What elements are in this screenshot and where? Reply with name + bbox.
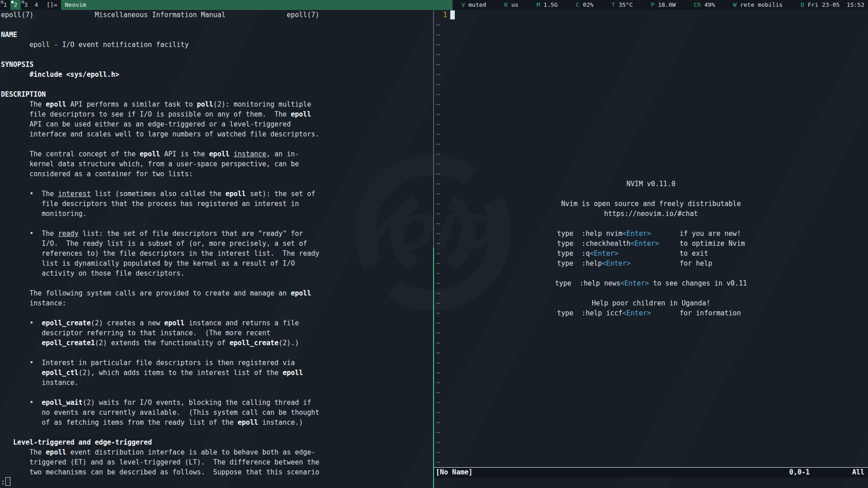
man-line: triggered (ET) and as level-triggered (L… [1,457,433,467]
tilde: ~ [436,20,440,30]
tilde: ~ [436,388,440,398]
nvim-intro: NVIM v0.11.0Nvim is open source and free… [434,179,868,318]
tag-2[interactable]: 2 [10,0,21,10]
tilde: ~ [436,149,440,159]
scroll-indicator: All [852,468,864,477]
tilde: ~ [436,60,440,70]
man-line: • The interest list (sometimes also call… [1,189,433,199]
man-line [1,80,433,89]
man-line: two mechanisms can be described as follo… [1,467,433,477]
tilde: ~ [436,457,440,467]
man-line: no events are currently available. (This… [1,408,433,418]
nvim-cursor [450,10,455,19]
tilde: ~ [436,40,440,50]
status-t: T 35°C [612,0,633,10]
man-line: • The ready list: the set of file descri… [1,229,433,239]
man-line: interface and scales well to large numbe… [1,129,433,139]
tilde: ~ [436,398,440,408]
tag-4[interactable]: 4 [31,0,42,10]
man-line: The central concept of the epoll API is … [1,149,433,159]
intro-line: type :checkhealth<Enter> to optimize Nvi… [557,239,745,249]
tilde: ~ [436,427,440,437]
focused-window-title: Neovim [61,0,453,10]
man-line: API can be used either as an edge-trigge… [1,119,433,129]
man-line: instance: [1,298,433,308]
man-line: DESCRIPTION [1,89,433,99]
status-bar: 1234 []= Neovim V mutedK usM 1.5GC 02%T … [0,0,868,10]
tilde: ~ [436,129,440,139]
man-line: epoll_ctl(2), which adds items to the in… [1,368,433,378]
neovim-window[interactable]: 1 ~~~~~~~~~~~~~~~~~~~~~~~~~~~~~~~~~~~~~~… [434,10,868,488]
man-line: • epoll_create(2) creates a new epoll in… [1,318,433,328]
man-line [1,219,433,229]
window-separator-bottom [433,248,434,488]
intro-line: type :help iccf<Enter> for information [557,308,745,318]
status-c: C 02% [576,0,594,10]
man-line [1,20,433,30]
tilde: ~ [436,408,440,418]
tilde: ~ [436,368,440,378]
man-line [1,308,433,318]
intro-line: NVIM v0.11.0 [627,179,675,189]
man-line[interactable]: : [1,477,433,487]
tilde: ~ [436,89,440,99]
man-line [1,50,433,60]
tilde: ~ [436,447,440,457]
tag-1[interactable]: 1 [0,0,10,10]
man-line: file descriptors to see if I/O is possib… [1,109,433,119]
tilde: ~ [436,109,440,119]
man-line: references to) the file descriptors in t… [1,249,433,258]
tilde: ~ [436,139,440,149]
status-d: D Fri 23-05 15:52 [801,0,864,10]
tilde: ~ [436,119,440,129]
tilde: ~ [436,70,440,80]
manpage-terminal[interactable]: epoll(7) Miscellaneous Information Manua… [0,10,433,488]
tilde: ~ [436,80,440,89]
status-p: P 18.0W [651,0,676,10]
man-line: kernel data structure which, from a user… [1,159,433,169]
tilde: ~ [436,437,440,447]
man-line [1,348,433,358]
man-line [1,139,433,149]
tag-indicator [11,1,14,3]
man-line: • Interest in particular file descriptor… [1,358,433,368]
man-line: I/O. The ready list is a subset of (or, … [1,239,433,249]
man-line: monitoring. [1,209,433,219]
intro-line: https://neovim.io/#chat [604,209,698,219]
tag-3[interactable]: 3 [21,0,31,10]
cursor-position-ruler: 0,0-1 [789,468,810,477]
window-separator-top [433,10,434,248]
intro-line: Nvim is open source and freely distribut… [561,199,741,209]
layout-symbol[interactable]: []= [42,0,61,10]
intro-line: type :help news<Enter> to see changes in… [555,278,747,288]
nvim-statusline: [No Name] 0,0-1 All [434,467,868,478]
intro-line: type :help<Enter> for help [557,258,745,268]
man-line: epoll(7) Miscellaneous Information Manua… [1,10,433,20]
tilde: ~ [436,99,440,109]
buffer-name: [No Name] [436,468,472,477]
man-line: file descriptors that the process has re… [1,199,433,209]
man-line [1,278,433,288]
manpage-content: epoll(7) Miscellaneous Information Manua… [0,10,433,487]
man-line: The epoll event distribution interface i… [1,447,433,457]
man-line: Level-triggered and edge-triggered [1,437,433,447]
tilde: ~ [436,50,440,60]
man-line: of as fetching items from the ready list… [1,418,433,427]
intro-line: Help poor children in Uganda! [592,298,710,308]
intro-line: type :help nvim<Enter> if you are new! [557,229,745,239]
tilde: ~ [436,348,440,358]
man-line [1,427,433,437]
status-w: W rete mobilis [733,0,783,10]
tag-indicator [1,1,3,3]
tilde: ~ [436,418,440,427]
man-line: descriptor referring to that instance. (… [1,328,433,338]
intro-line: type :q<Enter> to exit [557,249,745,258]
tilde: ~ [436,328,440,338]
tilde: ~ [436,30,440,40]
status-k: K us [504,0,518,10]
man-line [1,388,433,398]
man-line: #include <sys/epoll.h> [1,70,433,80]
tilde: ~ [436,378,440,388]
tilde: ~ [436,159,440,169]
man-line [1,179,433,189]
